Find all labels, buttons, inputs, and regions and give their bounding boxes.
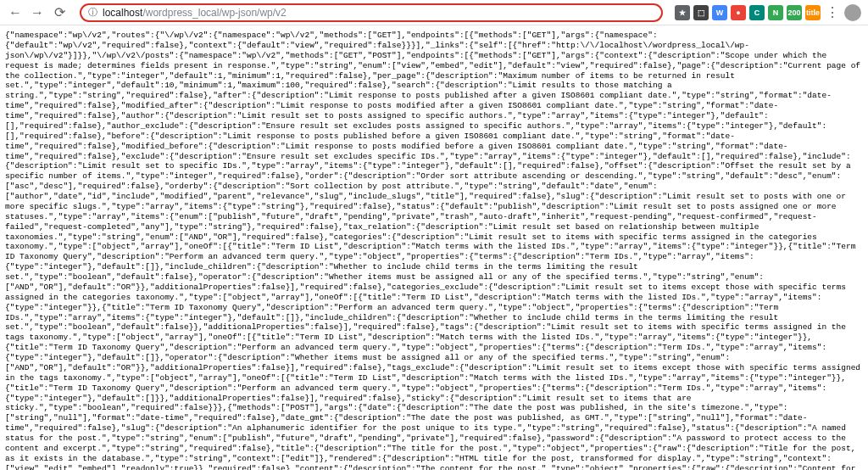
extension-icons: ★ ⬚ W ● C N 200 title ⋮ xyxy=(675,4,861,21)
back-button[interactable]: ← xyxy=(7,4,24,21)
extensions-menu-icon[interactable]: ⋮ xyxy=(824,4,841,21)
extension-icon[interactable]: ★ xyxy=(675,5,690,20)
profile-avatar[interactable] xyxy=(844,4,861,21)
url-text: localhost/wordpress_local/wp-json/wp/v2 xyxy=(103,7,654,19)
reload-button[interactable]: ⟳ xyxy=(51,4,68,21)
json-response-body: {"namespace":"wp\/v2","routes":{"\/wp\/v… xyxy=(0,25,868,470)
extension-icon[interactable]: title xyxy=(805,5,821,20)
extension-badge[interactable]: 200 xyxy=(787,5,802,20)
site-info-icon[interactable]: ⓘ xyxy=(88,6,97,19)
extension-icon[interactable]: ⬚ xyxy=(693,5,709,20)
extension-icon[interactable]: N xyxy=(768,5,783,20)
address-bar[interactable]: ⓘ localhost/wordpress_local/wp-json/wp/v… xyxy=(80,3,663,22)
extension-icon[interactable]: C xyxy=(749,5,765,20)
browser-toolbar: ← → ⟳ ⓘ localhost/wordpress_local/wp-jso… xyxy=(0,0,868,25)
forward-button[interactable]: → xyxy=(29,4,46,21)
extension-icon[interactable]: W xyxy=(712,5,727,20)
extension-icon[interactable]: ● xyxy=(731,5,746,20)
